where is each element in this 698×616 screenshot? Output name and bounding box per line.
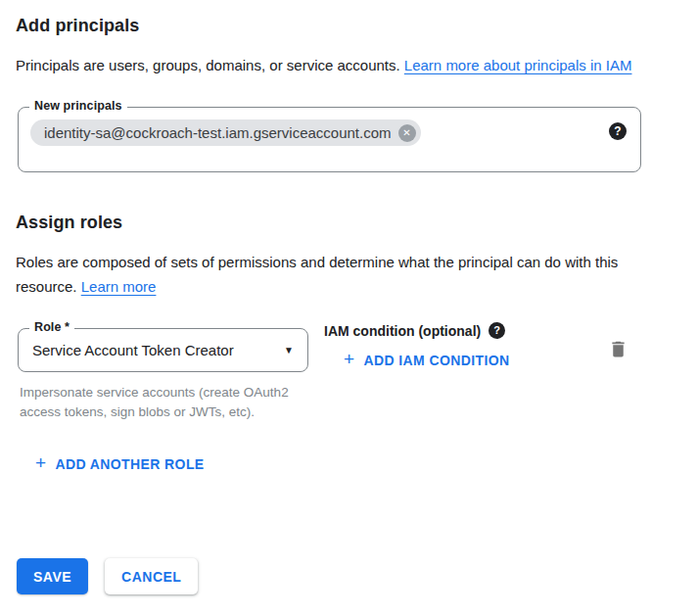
role-selected-value: Service Account Token Creator xyxy=(32,342,234,358)
add-another-role-label: ADD ANOTHER ROLE xyxy=(56,456,205,472)
principals-description: Principals are users, groups, domains, o… xyxy=(16,53,657,77)
add-iam-condition-label: ADD IAM CONDITION xyxy=(364,353,510,368)
add-iam-condition-button[interactable]: + ADD IAM CONDITION xyxy=(344,351,510,369)
role-helper-text: Impersonate service accounts (create OAu… xyxy=(20,383,303,422)
new-principals-help-icon[interactable]: ? xyxy=(609,122,627,140)
page-title: Add principals xyxy=(16,16,698,36)
learn-more-roles-link[interactable]: Learn more xyxy=(81,278,157,295)
cancel-button[interactable]: CANCEL xyxy=(105,558,198,594)
new-principals-input[interactable]: New principals identity-sa@cockroach-tes… xyxy=(18,107,641,172)
delete-role-button[interactable] xyxy=(608,339,628,359)
role-select[interactable]: Role * Service Account Token Creator ▼ xyxy=(18,328,308,372)
learn-more-principals-link[interactable]: Learn more about principals in IAM xyxy=(404,57,632,73)
principals-description-text: Principals are users, groups, domains, o… xyxy=(16,57,404,73)
save-button[interactable]: SAVE xyxy=(17,558,88,594)
principal-chip: identity-sa@cockroach-test.iam.gservicea… xyxy=(30,119,421,146)
roles-description: Roles are composed of sets of permission… xyxy=(16,250,657,299)
add-principals-panel: Add principals Principals are users, gro… xyxy=(0,0,698,474)
plus-icon: + xyxy=(344,350,355,368)
action-buttons: SAVE CANCEL xyxy=(17,558,198,594)
iam-condition-label: IAM condition (optional) xyxy=(324,323,481,339)
trash-icon xyxy=(608,339,628,359)
chip-remove-icon[interactable]: ✕ xyxy=(398,124,416,142)
add-another-role-button[interactable]: + ADD ANOTHER ROLE xyxy=(35,454,205,473)
dropdown-arrow-icon: ▼ xyxy=(284,345,294,355)
assign-roles-title: Assign roles xyxy=(16,213,698,233)
iam-condition-column: IAM condition (optional) ? + ADD IAM CON… xyxy=(324,328,510,370)
role-label: Role * xyxy=(29,320,74,334)
role-row: Role * Service Account Token Creator ▼ I… xyxy=(18,328,628,422)
iam-condition-help-icon[interactable]: ? xyxy=(489,322,505,339)
iam-condition-label-row: IAM condition (optional) ? xyxy=(324,322,510,339)
principal-chip-value: identity-sa@cockroach-test.iam.gservicea… xyxy=(44,124,392,141)
role-column: Role * Service Account Token Creator ▼ I… xyxy=(18,328,308,422)
new-principals-label: New principals xyxy=(29,99,127,113)
plus-icon: + xyxy=(35,453,47,472)
